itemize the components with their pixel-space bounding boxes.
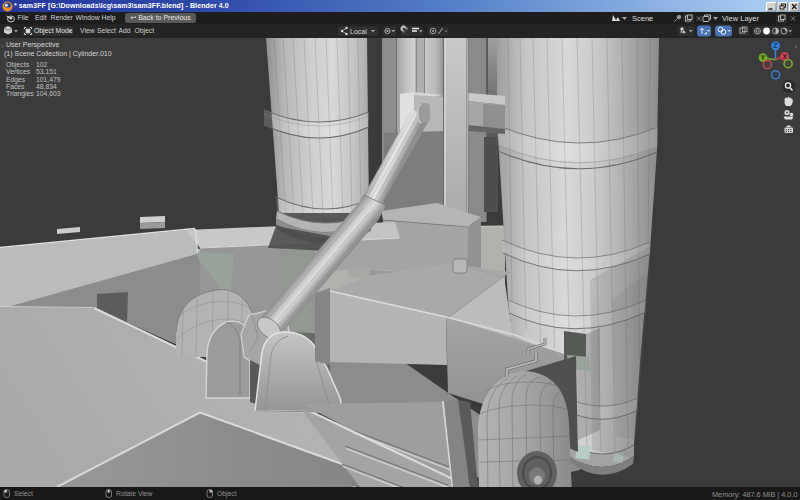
svg-text:View Layer: View Layer (722, 14, 759, 23)
svg-text:Z: Z (774, 42, 778, 49)
svg-text:Scene: Scene (632, 14, 653, 23)
svg-text:Local: Local (350, 28, 367, 35)
svg-text:Y: Y (761, 54, 766, 61)
svg-text:X: X (782, 53, 787, 60)
svg-text:Object Mode: Object Mode (34, 27, 73, 35)
